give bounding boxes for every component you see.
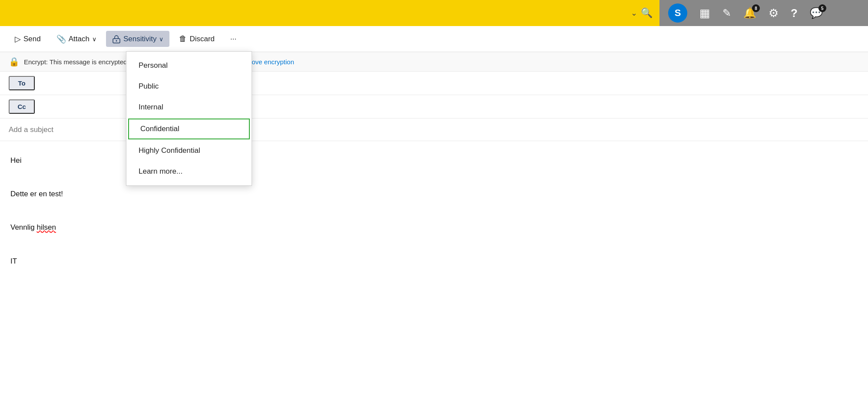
more-button[interactable]: ··· xyxy=(224,31,242,47)
discard-label: Discard xyxy=(189,35,215,43)
body-hilsen: hilsen xyxy=(37,223,56,231)
more-label: ··· xyxy=(230,35,236,43)
notifications-badge: 8 xyxy=(752,4,760,12)
to-row: To xyxy=(0,72,868,95)
chat-icon[interactable]: 💬 5 xyxy=(810,7,823,19)
main-content: ▷ Send 📎 Attach ∨ Sensitivity ∨ 🗑 Discar… xyxy=(0,26,868,409)
subject-input[interactable] xyxy=(9,125,859,134)
top-bar: ⌄ 🔍 S ▦ ✎ 🔔 8 ⚙ ? 💬 5 xyxy=(0,0,868,26)
attach-button[interactable]: 📎 Attach ∨ xyxy=(50,31,103,47)
encrypt-bar: 🔒 Encrypt: This message is encrypted. Re… xyxy=(0,52,868,72)
sensitivity-button[interactable]: Sensitivity ∨ xyxy=(106,31,170,47)
attach-chevron-icon: ∨ xyxy=(92,36,96,43)
top-bar-left: ⌄ 🔍 xyxy=(0,7,659,19)
cc-row: Cc xyxy=(0,95,868,119)
search-chevron-icon[interactable]: ⌄ xyxy=(631,8,637,18)
body-line-6 xyxy=(10,238,858,251)
svg-point-1 xyxy=(116,40,117,42)
remove-encryption-link[interactable]: Remove encryption xyxy=(238,58,294,66)
attach-icon: 📎 xyxy=(56,34,66,44)
subject-row xyxy=(0,119,868,141)
search-button[interactable]: 🔍 xyxy=(641,7,653,19)
notifications-icon[interactable]: 🔔 8 xyxy=(743,7,756,19)
help-icon[interactable]: ? xyxy=(791,7,798,20)
sensitivity-icon xyxy=(112,34,121,43)
feedback-icon[interactable]: ✎ xyxy=(722,7,731,19)
body-line-4 xyxy=(10,204,858,218)
body-line-3: Dette er en test! xyxy=(10,188,858,201)
discard-icon: 🗑 xyxy=(179,34,187,43)
sensitivity-label: Sensitivity xyxy=(123,35,157,43)
body-line-1: Hei xyxy=(10,154,858,168)
cc-button[interactable]: Cc xyxy=(9,99,35,114)
word-icon[interactable]: ▦ xyxy=(699,7,710,20)
lock-icon: 🔒 xyxy=(9,56,20,67)
discard-button[interactable]: 🗑 Discard xyxy=(173,31,221,47)
compose-area: 🔒 Encrypt: This message is encrypted. Re… xyxy=(0,52,868,409)
top-bar-right: S ▦ ✎ 🔔 8 ⚙ ? 💬 5 xyxy=(659,0,868,26)
cc-input[interactable] xyxy=(42,103,859,111)
body-line-7: IT xyxy=(10,255,858,268)
send-icon: ▷ xyxy=(15,34,21,44)
skype-icon[interactable]: S xyxy=(668,3,687,23)
body-line-5: Vennlig hilsen xyxy=(10,221,858,234)
send-label: Send xyxy=(23,35,41,43)
email-body[interactable]: Hei Dette er en test! Vennlig hilsen IT xyxy=(0,141,868,409)
settings-icon[interactable]: ⚙ xyxy=(769,7,779,20)
to-input[interactable] xyxy=(42,79,859,87)
body-line-2 xyxy=(10,171,858,185)
toolbar: ▷ Send 📎 Attach ∨ Sensitivity ∨ 🗑 Discar… xyxy=(0,26,868,52)
attach-label: Attach xyxy=(69,35,89,43)
chat-badge: 5 xyxy=(818,4,826,12)
skype-icon-label: S xyxy=(675,7,681,19)
sensitivity-chevron-icon: ∨ xyxy=(159,36,163,43)
send-button[interactable]: ▷ Send xyxy=(9,31,47,47)
encrypt-message: Encrypt: This message is encrypted. Reci… xyxy=(24,58,234,66)
to-button[interactable]: To xyxy=(9,76,35,90)
search-area: ⌄ 🔍 xyxy=(624,7,659,19)
